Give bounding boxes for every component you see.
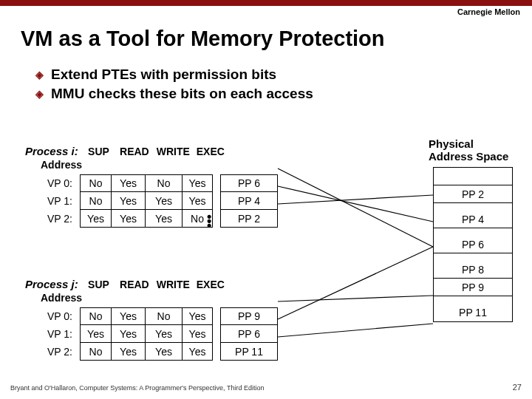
cell-write: No bbox=[145, 174, 182, 192]
cell-sup: No bbox=[80, 174, 111, 192]
bullet-item: ◈ Extend PTEs with permission bits bbox=[35, 66, 313, 83]
svg-line-3 bbox=[278, 296, 433, 301]
cell-exec: Yes bbox=[182, 174, 213, 192]
phys-space-title: Physical Address Space bbox=[429, 137, 517, 163]
svg-line-4 bbox=[278, 247, 433, 319]
cell-read: Yes bbox=[111, 343, 145, 361]
row-label: VP 2: bbox=[25, 210, 80, 228]
row-label: VP 1: bbox=[25, 325, 80, 343]
table-header-row: Process j: SUP READ WRITE EXEC Address bbox=[25, 278, 291, 304]
phys-space: PP 2 PP 4 PP 6 PP 8 PP 9 PP 11 bbox=[433, 167, 513, 322]
footer-citation: Bryant and O'Hallaron, Computer Systems:… bbox=[10, 384, 264, 392]
table-row: VP 0: No Yes No Yes PP 9 bbox=[25, 307, 291, 325]
col-write: WRITE bbox=[154, 146, 191, 157]
cell-write: Yes bbox=[145, 325, 182, 343]
col-sup: SUP bbox=[83, 146, 114, 157]
col-write: WRITE bbox=[154, 279, 191, 290]
slide: Carnegie Mellon VM as a Tool for Memory … bbox=[0, 0, 532, 399]
cell-addr: PP 4 bbox=[220, 192, 278, 210]
col-sup: SUP bbox=[83, 279, 114, 290]
svg-line-2 bbox=[278, 195, 433, 204]
cell-write: No bbox=[145, 307, 182, 325]
cell-sup: Yes bbox=[80, 210, 111, 228]
cell-sup: No bbox=[80, 343, 111, 361]
process-i-label: Process i: bbox=[25, 145, 80, 157]
col-addr: Address bbox=[33, 292, 90, 304]
process-j-label: Process j: bbox=[25, 278, 80, 290]
cell-read: Yes bbox=[111, 174, 145, 192]
table-row: VP 1: No Yes Yes Yes PP 4 bbox=[25, 192, 291, 210]
col-addr: Address bbox=[33, 159, 90, 171]
cell-addr: PP 9 bbox=[220, 307, 278, 325]
phys-page: PP 4 bbox=[434, 211, 512, 228]
cell-sup: Yes bbox=[80, 325, 111, 343]
cell-write: Yes bbox=[145, 343, 182, 361]
row-label: VP 0: bbox=[25, 307, 80, 325]
cell-sup: No bbox=[80, 192, 111, 210]
phys-page: PP 6 bbox=[434, 236, 512, 253]
cell-addr: PP 6 bbox=[220, 325, 278, 343]
table-row: VP 2: Yes Yes Yes No PP 2 bbox=[25, 210, 291, 228]
table-row: VP 1: Yes Yes Yes Yes PP 6 bbox=[25, 325, 291, 343]
col-read: READ bbox=[117, 146, 151, 157]
row-label: VP 2: bbox=[25, 343, 80, 361]
table-row: VP 0: No Yes No Yes PP 6 bbox=[25, 174, 291, 192]
cell-read: Yes bbox=[111, 192, 145, 210]
row-label: VP 1: bbox=[25, 192, 80, 210]
cell-addr: PP 2 bbox=[220, 210, 278, 228]
phys-page: PP 8 bbox=[434, 261, 512, 279]
cell-exec: Yes bbox=[182, 325, 213, 343]
phys-gap bbox=[434, 296, 512, 304]
cell-addr: PP 11 bbox=[220, 343, 278, 361]
cell-sup: No bbox=[80, 307, 111, 325]
cell-exec: Yes bbox=[182, 192, 213, 210]
cell-write: Yes bbox=[145, 210, 182, 228]
col-read: READ bbox=[117, 279, 151, 290]
cell-exec: Yes bbox=[182, 307, 213, 325]
table-header-row: Process i: SUP READ WRITE EXEC Address bbox=[25, 145, 291, 171]
bullet-text: MMU checks these bits on each access bbox=[51, 86, 313, 102]
cell-read: Yes bbox=[111, 307, 145, 325]
bullet-list: ◈ Extend PTEs with permission bits ◈ MMU… bbox=[35, 66, 313, 105]
bullet-icon: ◈ bbox=[35, 69, 44, 80]
phys-gap bbox=[434, 228, 512, 236]
process-i-table: Process i: SUP READ WRITE EXEC Address V… bbox=[25, 145, 291, 228]
university-label: Carnegie Mellon bbox=[457, 7, 520, 16]
phys-page: PP 11 bbox=[434, 304, 512, 321]
table-row: VP 2: No Yes Yes Yes PP 11 bbox=[25, 343, 291, 361]
svg-line-0 bbox=[278, 168, 433, 247]
process-j-table: Process j: SUP READ WRITE EXEC Address V… bbox=[25, 278, 291, 361]
svg-line-5 bbox=[278, 324, 433, 337]
bullet-item: ◈ MMU checks these bits on each access bbox=[35, 86, 313, 102]
row-label: VP 0: bbox=[25, 174, 80, 192]
phys-page bbox=[434, 168, 512, 185]
phys-gap bbox=[434, 253, 512, 261]
cell-write: Yes bbox=[145, 192, 182, 210]
svg-line-1 bbox=[278, 186, 433, 222]
phys-page: PP 9 bbox=[434, 279, 512, 296]
slide-title: VM as a Tool for Memory Protection bbox=[21, 27, 385, 51]
page-number: 27 bbox=[513, 383, 522, 392]
cell-read: Yes bbox=[111, 210, 145, 228]
cell-read: Yes bbox=[111, 325, 145, 343]
phys-gap bbox=[434, 203, 512, 211]
col-exec: EXEC bbox=[195, 146, 226, 157]
cell-exec: Yes bbox=[182, 343, 213, 361]
bullet-text: Extend PTEs with permission bits bbox=[51, 66, 276, 83]
top-bar bbox=[0, 0, 532, 6]
col-exec: EXEC bbox=[195, 279, 226, 290]
bullet-icon: ◈ bbox=[35, 89, 44, 99]
cell-addr: PP 6 bbox=[220, 174, 278, 192]
vertical-ellipsis-icon: ••• bbox=[207, 214, 211, 228]
phys-page: PP 2 bbox=[434, 185, 512, 203]
